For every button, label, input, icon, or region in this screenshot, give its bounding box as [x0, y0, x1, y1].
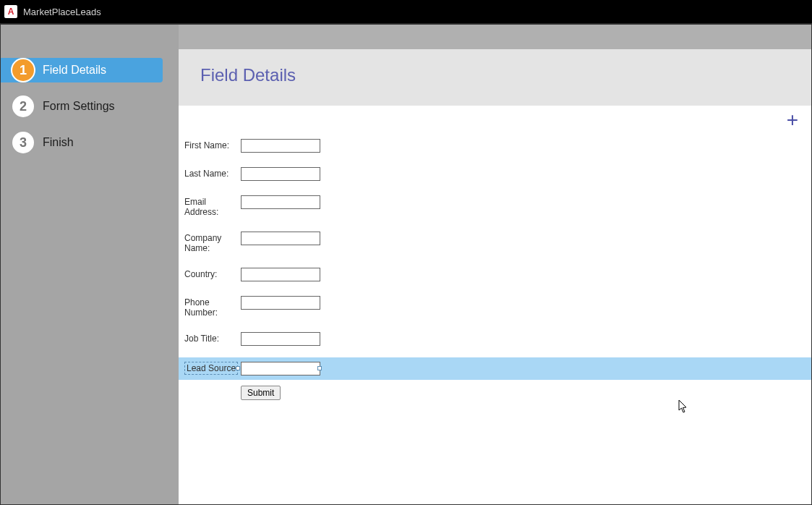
sidebar: 1 Field Details 2 Form Settings 3 Finish	[1, 25, 179, 504]
page-title: Field Details	[200, 65, 790, 85]
email-address-input[interactable]	[241, 195, 320, 209]
field-job-title[interactable]: Job Title:	[179, 329, 811, 349]
step-label: Finish	[43, 136, 74, 149]
titlebar: A MarketPlaceLeads	[0, 0, 812, 25]
field-country[interactable]: Country:	[179, 265, 811, 284]
lead-source-input[interactable]	[241, 362, 320, 375]
form-area: First Name: Last Name: Email Address: Co…	[179, 130, 811, 400]
app-icon: A	[4, 5, 17, 18]
company-name-input[interactable]	[241, 232, 320, 245]
step-label: Field Details	[43, 64, 106, 77]
job-title-input[interactable]	[241, 332, 320, 346]
app-body: 1 Field Details 2 Form Settings 3 Finish…	[0, 25, 812, 505]
field-first-name[interactable]: First Name:	[179, 136, 811, 156]
field-email-address[interactable]: Email Address:	[179, 192, 811, 220]
field-label: First Name:	[184, 139, 241, 150]
step-number-badge: 2	[12, 96, 34, 117]
submit-row: Submit	[179, 380, 811, 400]
resize-handle-left[interactable]	[236, 366, 240, 370]
add-field-button[interactable]: +	[787, 110, 798, 130]
toolbar: +	[179, 106, 811, 130]
step-finish[interactable]: 3 Finish	[1, 130, 179, 155]
step-label: Form Settings	[43, 100, 115, 113]
main-panel: Field Details + First Name: Last Name: E…	[179, 25, 811, 504]
first-name-input[interactable]	[241, 139, 320, 153]
phone-number-input[interactable]	[241, 296, 320, 310]
field-last-name[interactable]: Last Name:	[179, 164, 811, 184]
field-label: Phone Number:	[184, 296, 241, 318]
field-label: Last Name:	[184, 167, 241, 179]
field-lead-source[interactable]: Lead Source	[179, 357, 811, 380]
step-field-details[interactable]: 1 Field Details	[1, 58, 163, 82]
field-label: Email Address:	[184, 195, 241, 217]
field-label: Company Name:	[184, 232, 241, 253]
step-number-badge: 3	[12, 132, 34, 153]
plus-icon: +	[787, 109, 798, 131]
field-company-name[interactable]: Company Name:	[179, 229, 811, 256]
last-name-input[interactable]	[241, 167, 320, 181]
step-form-settings[interactable]: 2 Form Settings	[1, 94, 179, 119]
page-header: Field Details	[179, 49, 811, 106]
field-phone-number[interactable]: Phone Number:	[179, 293, 811, 321]
field-label: Lead Source	[184, 362, 238, 375]
app-title: MarketPlaceLeads	[23, 7, 101, 17]
field-label: Job Title:	[184, 332, 241, 344]
step-number-badge: 1	[12, 59, 34, 81]
country-input[interactable]	[241, 268, 320, 281]
submit-button[interactable]: Submit	[241, 386, 281, 400]
field-label: Country:	[184, 268, 241, 279]
top-spacer	[179, 25, 811, 49]
resize-handle-right[interactable]	[317, 366, 322, 370]
